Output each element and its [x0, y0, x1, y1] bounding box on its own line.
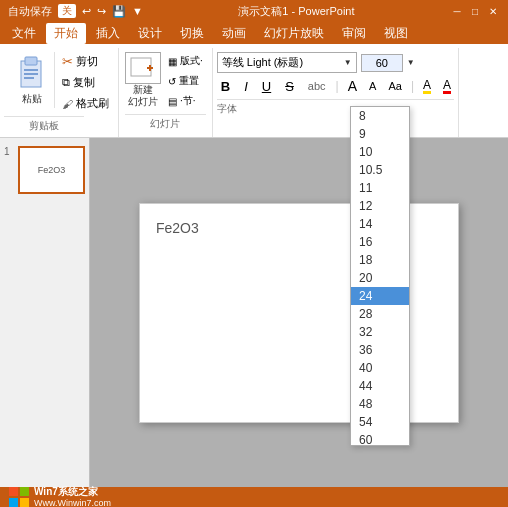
- copy-icon: ⧉: [62, 76, 70, 89]
- slides-top: 新建幻灯片 ▦ 版式· ↺ 重置 ▤ ·节·: [125, 52, 206, 110]
- font-size-chevron[interactable]: ▼: [407, 58, 415, 67]
- font-size-option-36[interactable]: 36: [351, 341, 409, 359]
- close-button[interactable]: ✕: [486, 4, 500, 18]
- font-size-option-14[interactable]: 14: [351, 215, 409, 233]
- svg-rect-2: [24, 69, 38, 71]
- reset-button[interactable]: ↺ 重置: [165, 72, 206, 90]
- status-bar: Win7系统之家 Www.Winwin7.com: [0, 487, 508, 507]
- main-area: 1 Fe2O3 Fe2O3: [0, 138, 508, 487]
- reset-icon: ↺: [168, 76, 176, 87]
- slide-content-text: Fe2O3: [156, 220, 199, 236]
- menu-insert[interactable]: 插入: [88, 23, 128, 44]
- redo-icon[interactable]: ↪: [97, 5, 106, 18]
- menu-design[interactable]: 设计: [130, 23, 170, 44]
- watermark-line2: Www.Winwin7.com: [34, 498, 111, 507]
- menu-review[interactable]: 审阅: [334, 23, 374, 44]
- font-name-selector[interactable]: 等线 Light (标题) ▼: [217, 52, 357, 73]
- slides-group: 新建幻灯片 ▦ 版式· ↺ 重置 ▤ ·节· 幻灯片: [119, 48, 213, 137]
- menu-file[interactable]: 文件: [4, 23, 44, 44]
- clear-format-button[interactable]: Aa: [385, 79, 404, 93]
- maximize-button[interactable]: □: [468, 4, 482, 18]
- font-size-selector[interactable]: 60: [361, 54, 403, 72]
- font-size-option-10[interactable]: 10: [351, 143, 409, 161]
- svg-rect-1: [25, 57, 37, 65]
- font-size-option-11[interactable]: 11: [351, 179, 409, 197]
- title-bar: 自动保存 关 ↩ ↪ 💾 ▼ 演示文稿1 - PowerPoint ─ □ ✕: [0, 0, 508, 22]
- font-size-option-60[interactable]: 60: [351, 431, 409, 446]
- font-color-a: A: [423, 79, 431, 94]
- paste-icon: [17, 55, 47, 91]
- paste-label: 粘贴: [22, 92, 42, 106]
- increase-font-button[interactable]: A: [345, 77, 360, 95]
- font-highlight-label[interactable]: A: [440, 77, 454, 95]
- window-controls: ─ □ ✕: [450, 4, 500, 18]
- cut-button[interactable]: ✂ 剪切: [59, 52, 112, 71]
- autosave-label: 自动保存: [8, 4, 52, 19]
- font-size-option-24[interactable]: 24: [351, 287, 409, 305]
- font-size-option-54[interactable]: 54: [351, 413, 409, 431]
- font-size-option-8[interactable]: 8: [351, 107, 409, 125]
- font-size-value: 60: [376, 57, 388, 69]
- font-highlight-a: A: [443, 79, 451, 94]
- layout-button[interactable]: ▦ 版式·: [165, 52, 206, 70]
- font-size-option-44[interactable]: 44: [351, 377, 409, 395]
- copy-button[interactable]: ⧉ 复制: [59, 73, 112, 92]
- menu-animations[interactable]: 动画: [214, 23, 254, 44]
- menu-home[interactable]: 开始: [46, 23, 86, 44]
- font-size-option-10.5[interactable]: 10.5: [351, 161, 409, 179]
- italic-button[interactable]: I: [240, 78, 252, 95]
- clipboard-small-buttons: ✂ 剪切 ⧉ 复制 🖌 格式刷: [59, 52, 112, 113]
- font-size-option-18[interactable]: 18: [351, 251, 409, 269]
- svg-rect-10: [9, 498, 18, 507]
- underline-button[interactable]: U: [258, 78, 275, 95]
- menu-slideshow[interactable]: 幻灯片放映: [256, 23, 332, 44]
- font-size-option-16[interactable]: 16: [351, 233, 409, 251]
- font-size-dropdown[interactable]: 891010.511121416182024283236404448546066…: [350, 106, 410, 446]
- font-name-chevron: ▼: [344, 58, 352, 67]
- font-size-option-48[interactable]: 48: [351, 395, 409, 413]
- font-group: 等线 Light (标题) ▼ 60 ▼ B I U S abc | A A A…: [213, 48, 459, 137]
- minimize-button[interactable]: ─: [450, 4, 464, 18]
- new-slide-button[interactable]: 新建幻灯片: [125, 52, 161, 108]
- menu-view[interactable]: 视图: [376, 23, 416, 44]
- undo-icon[interactable]: ↩: [82, 5, 91, 18]
- slide-thumb-image-1[interactable]: Fe2O3: [18, 146, 85, 194]
- font-size-option-32[interactable]: 32: [351, 323, 409, 341]
- section-button[interactable]: ▤ ·节·: [165, 92, 206, 110]
- svg-rect-8: [9, 487, 18, 496]
- format-painter-icon: 🖌: [62, 98, 73, 110]
- font-color-label[interactable]: A: [420, 77, 434, 95]
- font-format-row: B I U S abc | A A Aa | A A: [217, 77, 454, 95]
- customize-icon[interactable]: ▼: [132, 5, 143, 17]
- slide-canvas[interactable]: Fe2O3: [90, 138, 508, 487]
- window-title: 演示文稿1 - PowerPoint: [143, 4, 450, 19]
- font-size-option-20[interactable]: 20: [351, 269, 409, 287]
- font-name-value: 等线 Light (标题): [222, 55, 303, 70]
- format-painter-button[interactable]: 🖌 格式刷: [59, 94, 112, 113]
- ribbon: 粘贴 ✂ 剪切 ⧉ 复制 🖌 格式刷 剪贴板: [0, 44, 508, 138]
- svg-rect-3: [24, 73, 38, 75]
- slide-icon: [129, 56, 157, 80]
- slide-thumbnail-1: 1 Fe2O3: [4, 146, 85, 194]
- separator: |: [336, 79, 339, 93]
- save-icon[interactable]: 💾: [112, 5, 126, 18]
- font-selector-row: 等线 Light (标题) ▼ 60 ▼: [217, 52, 454, 73]
- title-bar-left: 自动保存 关 ↩ ↪ 💾 ▼: [8, 4, 143, 19]
- slide-options: ▦ 版式· ↺ 重置 ▤ ·节·: [165, 52, 206, 110]
- watermark-text: Win7系统之家 Www.Winwin7.com: [34, 485, 111, 507]
- win-logo-icon: [8, 486, 30, 507]
- autosave-off[interactable]: 关: [58, 4, 76, 18]
- watermark-area: Win7系统之家 Www.Winwin7.com: [8, 485, 111, 507]
- slide-main[interactable]: Fe2O3: [139, 203, 459, 423]
- abc-button[interactable]: abc: [304, 79, 330, 93]
- paste-button[interactable]: 粘贴: [10, 52, 55, 108]
- font-size-option-40[interactable]: 40: [351, 359, 409, 377]
- font-size-option-28[interactable]: 28: [351, 305, 409, 323]
- decrease-font-button[interactable]: A: [366, 79, 379, 93]
- menu-transitions[interactable]: 切换: [172, 23, 212, 44]
- font-size-option-12[interactable]: 12: [351, 197, 409, 215]
- font-size-option-9[interactable]: 9: [351, 125, 409, 143]
- bold-button[interactable]: B: [217, 78, 234, 95]
- strikethrough-button[interactable]: S: [281, 78, 298, 95]
- new-slide-icon: [125, 52, 161, 84]
